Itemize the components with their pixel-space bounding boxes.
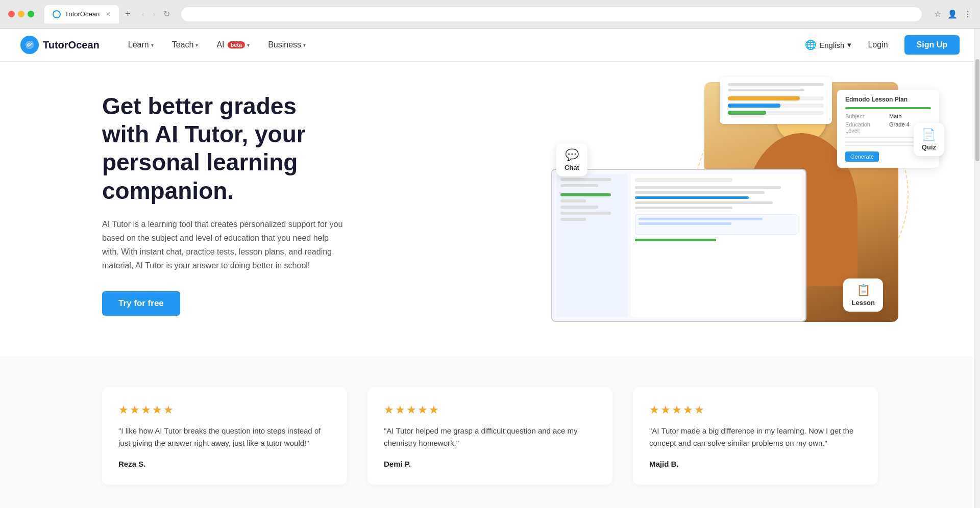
maximize-button[interactable] [28,11,34,17]
svg-point-0 [54,11,60,17]
sidebar-bar-2 [560,184,598,187]
quiz-icon: 📄 [922,128,936,141]
back-button[interactable]: ‹ [139,7,148,21]
subject-val: Math [889,113,901,119]
favicon-icon [53,10,61,18]
level-label: Education Level: [845,121,886,134]
quiz-label: Quiz [922,143,936,151]
tab-title: TutorOcean [65,10,100,18]
navbar: TutorOcean Learn ▾ Teach ▾ AI beta ▾ Bus… [0,29,980,62]
hero-content: Get better grades with AI Tutor, your pe… [0,92,347,316]
nav-business-label: Business [268,40,301,49]
ai-beta-badge: beta [228,41,246,48]
pc-progress-bg3 [728,111,824,115]
review-card-3: ★★★★★ "AI Tutor made a big difference in… [633,387,878,485]
close-button[interactable] [8,11,15,17]
hero-title: Get better grades with AI Tutor, your pe… [102,92,347,205]
review-1-stars: ★★★★★ [118,403,331,417]
sidebar-bar-1 [560,178,611,181]
pc-progress-bg2 [728,104,824,108]
try-for-free-button[interactable]: Try for free [102,291,180,316]
page: TutorOcean Learn ▾ Teach ▾ AI beta ▾ Bus… [0,29,980,508]
pc-progress-bg [728,96,824,100]
main-bar-3 [635,201,773,204]
hero-visual: 💬 Chat 📄 Quiz 📋 Lesson [551,72,949,327]
scrollbar[interactable] [974,29,980,508]
browser-actions: ☆ 👤 ⋮ [934,9,972,19]
logo-icon [20,36,39,54]
learn-chevron-icon: ▾ [151,42,154,48]
logo-text: TutorOcean [43,39,100,51]
language-selector[interactable]: 🌐 English ▾ [805,39,851,50]
nav-item-teach[interactable]: Teach ▾ [164,36,207,54]
review-1-name: Reza S. [118,460,331,468]
main-bar-accent [635,196,749,199]
logo[interactable]: TutorOcean [20,36,100,54]
chat-label: Chat [565,164,579,171]
teach-chevron-icon: ▾ [195,42,198,48]
browser-tab[interactable]: TutorOcean ✕ [44,5,119,23]
language-chevron-icon: ▾ [847,40,851,49]
nav-item-business[interactable]: Business ▾ [260,36,314,54]
review-1-text: "I like how AI Tutor breaks the question… [118,425,331,449]
bookmark-icon[interactable]: ☆ [934,9,941,19]
pc-bar-2 [728,89,804,91]
nav-item-learn[interactable]: Learn ▾ [120,36,162,54]
signup-button[interactable]: Sign Up [904,35,960,55]
review-2-stars: ★★★★★ [384,403,596,417]
hero-description: AI Tutor is a learning tool that creates… [102,217,347,273]
nav-learn-label: Learn [128,40,149,49]
review-card-1: ★★★★★ "I like how AI Tutor breaks the qu… [102,387,347,485]
nav-ai-label: AI [216,40,224,49]
chat-feature-bubble: 💬 Chat [556,143,587,176]
traffic-lights [8,11,34,17]
review-2-text: "AI Tutor helped me grasp a difficult qu… [384,425,596,449]
profile-icon[interactable]: 👤 [947,9,958,19]
ai-chevron-icon: ▾ [247,42,250,48]
content-bar-2 [639,222,731,225]
lesson-plan-progress [845,107,931,109]
refresh-button[interactable]: ↻ [160,7,173,21]
review-card-2: ★★★★★ "AI Tutor helped me grasp a diffic… [368,387,612,485]
new-tab-button[interactable]: + [125,9,131,19]
browser-chrome: TutorOcean ✕ + ‹ › ↻ ☆ 👤 ⋮ [0,0,980,29]
minimize-button[interactable] [18,11,24,17]
scrollbar-thumb[interactable] [975,59,979,161]
forward-button[interactable]: › [150,7,158,21]
nav-item-ai[interactable]: AI beta ▾ [208,36,258,54]
pc-progress-fill [728,96,800,100]
login-button[interactable]: Login [860,36,896,54]
review-2-name: Demi P. [384,460,596,468]
nav-right: 🌐 English ▾ Login Sign Up [805,35,960,55]
review-3-text: "AI Tutor made a big difference in my le… [649,425,862,449]
sidebar-bar-5 [560,212,611,215]
menu-icon[interactable]: ⋮ [964,9,972,19]
language-label: English [819,41,844,49]
lesson-plan-action-button[interactable]: Generate [845,151,879,162]
sidebar-bar-4 [560,206,598,209]
tab-favicon [53,10,61,18]
nav-teach-label: Teach [172,40,194,49]
lesson-plan-title: Edmodo Lesson Plan [845,96,931,103]
review-3-name: Majid B. [649,460,862,468]
sidebar-bar-6 [560,218,586,221]
screen-main [631,174,801,317]
pc-bar-1 [728,83,824,86]
subject-label: Subject: [845,113,886,119]
reviews-section: ★★★★★ "I like how AI Tutor breaks the qu… [0,357,980,509]
quiz-feature-bubble: 📄 Quiz [914,123,944,156]
lesson-icon: 📋 [856,284,870,297]
hero-section: Get better grades with AI Tutor, your pe… [0,62,980,357]
tab-close-icon[interactable]: ✕ [106,11,111,18]
nav-links: Learn ▾ Teach ▾ AI beta ▾ Business ▾ [120,36,805,54]
main-content-block [635,214,797,235]
svg-point-1 [26,41,34,49]
main-bar-2 [635,191,765,194]
level-val: Grade 4 [889,121,910,134]
address-bar[interactable] [181,7,922,21]
review-3-stars: ★★★★★ [649,403,862,417]
screen-sidebar [556,174,628,317]
main-bar-green [635,239,716,241]
lesson-label: Lesson [851,299,875,307]
laptop-mockup [551,169,806,322]
